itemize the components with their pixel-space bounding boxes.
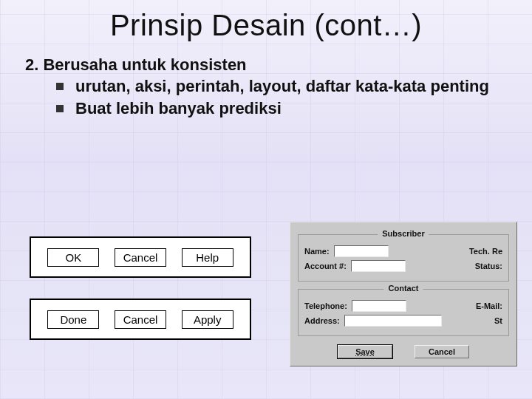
list-item-2: 2. Berusaha untuk konsisten <box>25 55 507 75</box>
name-pair: Name: <box>304 245 389 257</box>
status-label: Status: <box>475 262 502 270</box>
slide-title: Prinsip Desain (cont…) <box>0 0 532 42</box>
bullet-list: urutan, aksi, perintah, layout, daftar k… <box>56 76 507 118</box>
bullet-text: urutan, aksi, perintah, layout, daftar k… <box>75 76 489 97</box>
bullet-icon <box>56 83 64 90</box>
contact-fieldset: Contact Telephone: E-Mail: Address: St <box>298 289 509 336</box>
dialog-button-row: Save Cancel <box>298 345 509 358</box>
subscriber-fieldset: Subscriber Name: Tech. Re Account #: Sta… <box>298 234 509 282</box>
cancel-button[interactable]: Cancel <box>415 345 469 358</box>
save-button[interactable]: Save <box>338 345 392 358</box>
button-panel-b: Done Cancel Apply <box>30 299 251 340</box>
name-label: Name: <box>304 247 330 256</box>
contact-row-1: Telephone: E-Mail: <box>304 300 502 312</box>
ok-button[interactable]: OK <box>47 248 99 267</box>
subscriber-row-1: Name: Tech. Re <box>304 245 502 257</box>
item-number: 2. <box>25 55 38 74</box>
contact-legend: Contact <box>384 284 423 293</box>
account-label: Account #: <box>304 262 347 270</box>
account-pair: Account #: <box>304 260 406 272</box>
cancel-button[interactable]: Cancel <box>115 310 166 329</box>
tech-label: Tech. Re <box>469 247 502 256</box>
address-field[interactable] <box>344 315 442 327</box>
account-field[interactable] <box>351 260 406 272</box>
help-button[interactable]: Help <box>182 248 233 267</box>
bullet-icon <box>56 105 64 112</box>
subscriber-row-2: Account #: Status: <box>304 260 502 272</box>
address-pair: Address: <box>304 315 442 327</box>
email-label: E-Mail: <box>476 301 502 310</box>
subscriber-legend: Subscriber <box>378 229 429 238</box>
address-label: Address: <box>304 316 340 325</box>
item-text: Berusaha untuk konsisten <box>43 55 246 74</box>
subscriber-dialog: Subscriber Name: Tech. Re Account #: Sta… <box>290 222 517 366</box>
apply-button[interactable]: Apply <box>182 310 233 329</box>
done-button[interactable]: Done <box>47 310 99 329</box>
telephone-label: Telephone: <box>304 301 347 310</box>
bullet-row: urutan, aksi, perintah, layout, daftar k… <box>56 76 507 97</box>
button-panels: OK Cancel Help Done Cancel Apply <box>30 236 251 340</box>
bullet-text: Buat lebih banyak prediksi <box>75 98 282 119</box>
st-label: St <box>494 316 502 325</box>
cancel-button[interactable]: Cancel <box>115 248 166 267</box>
slide-content: 2. Berusaha untuk konsisten urutan, aksi… <box>0 42 532 118</box>
bullet-row: Buat lebih banyak prediksi <box>56 98 507 119</box>
contact-row-2: Address: St <box>304 315 502 327</box>
button-panel-a: OK Cancel Help <box>30 236 251 278</box>
name-field[interactable] <box>334 245 389 257</box>
telephone-field[interactable] <box>352 300 406 312</box>
telephone-pair: Telephone: <box>304 300 406 312</box>
